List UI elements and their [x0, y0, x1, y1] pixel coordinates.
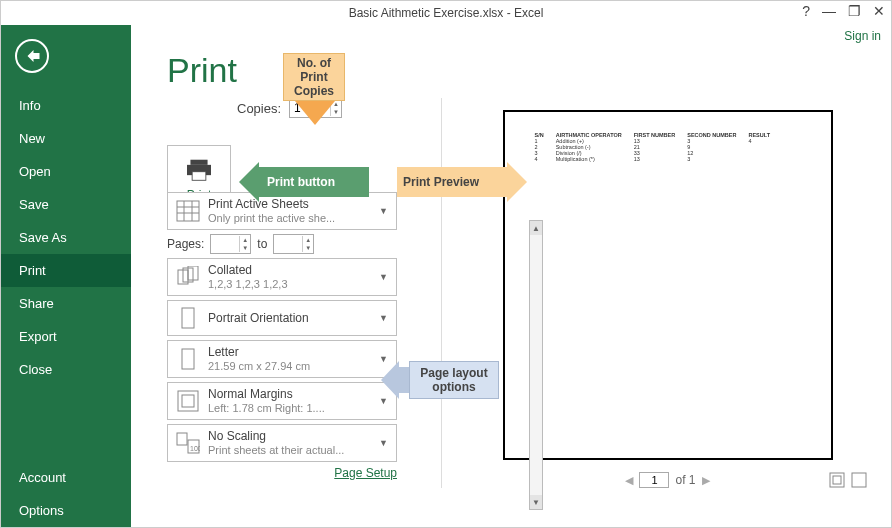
svg-rect-3: [177, 201, 199, 221]
page-setup-link[interactable]: Page Setup: [167, 466, 397, 480]
backstage-sidebar: Info New Open Save Save As Print Share E…: [1, 25, 131, 527]
svg-rect-14: [182, 395, 194, 407]
setting-print-what[interactable]: Print Active SheetsOnly print the active…: [167, 192, 397, 230]
page-total: of 1: [675, 473, 695, 487]
chevron-down-icon: ▼: [377, 272, 390, 282]
annotation-print-button: Print button: [259, 167, 369, 197]
settings-scrollbar[interactable]: ▲ ▼: [529, 220, 543, 510]
setting-orientation[interactable]: Portrait Orientation ▼: [167, 300, 397, 336]
margins-icon: [174, 388, 202, 414]
portrait-icon: [174, 305, 202, 331]
pages-to[interactable]: ▲▼: [273, 234, 314, 254]
annotation-copies-arrow-icon: [295, 101, 335, 125]
preview-table: S/NAIRTHMATIC OPERATORFIRST NUMBERSECOND…: [529, 132, 777, 162]
nav-save[interactable]: Save: [1, 188, 131, 221]
svg-rect-13: [178, 391, 198, 411]
annotation-copies: No. of Print Copies: [283, 53, 345, 101]
svg-rect-20: [852, 473, 866, 487]
nav-new[interactable]: New: [1, 122, 131, 155]
nav-open[interactable]: Open: [1, 155, 131, 188]
nav-save-as[interactable]: Save As: [1, 221, 131, 254]
scroll-up-icon[interactable]: ▲: [530, 221, 542, 235]
zoom-to-page-icon[interactable]: [851, 472, 867, 488]
sheets-icon: [174, 198, 202, 224]
prev-page-icon[interactable]: ◀: [625, 474, 633, 487]
annotation-page-layout-arrow-icon: [399, 367, 409, 393]
svg-rect-2: [192, 172, 206, 181]
printer-icon: [185, 158, 213, 182]
collated-icon: [174, 264, 202, 290]
preview-pager: ◀ of 1 ▶: [468, 472, 867, 488]
to-label: to: [257, 237, 267, 251]
svg-rect-19: [833, 476, 841, 484]
scaling-icon: 100: [174, 430, 202, 456]
setting-margins[interactable]: Normal MarginsLeft: 1.78 cm Right: 1....…: [167, 382, 397, 420]
chevron-down-icon: ▼: [377, 206, 390, 216]
pages-label: Pages:: [167, 237, 204, 251]
restore-icon[interactable]: ❐: [848, 3, 861, 19]
window-title: Basic Aithmetic Exercise.xlsx - Excel: [349, 6, 544, 20]
nav-options[interactable]: Options: [1, 494, 131, 527]
minimize-icon[interactable]: —: [822, 3, 836, 19]
copies-label: Copies:: [237, 101, 281, 116]
setting-scaling[interactable]: 100 No ScalingPrint sheets at their actu…: [167, 424, 397, 462]
chevron-down-icon: ▼: [377, 313, 390, 323]
titlebar: Basic Aithmetic Exercise.xlsx - Excel ? …: [1, 1, 891, 25]
annotation-page-layout: Page layout options: [409, 361, 499, 399]
svg-rect-18: [830, 473, 844, 487]
nav-info[interactable]: Info: [1, 89, 131, 122]
setting-paper-size[interactable]: Letter21.59 cm x 27.94 cm ▼: [167, 340, 397, 378]
nav-share[interactable]: Share: [1, 287, 131, 320]
svg-rect-15: [177, 433, 187, 445]
close-icon[interactable]: ✕: [873, 3, 885, 19]
page-title: Print: [167, 51, 867, 90]
nav-export[interactable]: Export: [1, 320, 131, 353]
svg-text:100: 100: [190, 445, 200, 452]
current-page-input[interactable]: [639, 472, 669, 488]
pages-from[interactable]: ▲▼: [210, 234, 251, 254]
annotation-print-preview: Print Preview: [397, 167, 507, 197]
nav-print[interactable]: Print: [1, 254, 131, 287]
print-backstage: Print Print Copies: ▲▼: [131, 25, 891, 527]
setting-collation[interactable]: Collated1,2,3 1,2,3 1,2,3 ▼: [167, 258, 397, 296]
paper-icon: [174, 346, 202, 372]
print-preview-page: S/NAIRTHMATIC OPERATORFIRST NUMBERSECOND…: [503, 110, 833, 460]
svg-rect-0: [190, 160, 207, 165]
help-icon[interactable]: ?: [802, 3, 810, 19]
nav-account[interactable]: Account: [1, 461, 131, 494]
back-button[interactable]: [15, 39, 49, 73]
svg-rect-11: [182, 308, 194, 328]
svg-rect-12: [182, 349, 194, 369]
show-margins-icon[interactable]: [829, 472, 845, 488]
next-page-icon[interactable]: ▶: [702, 474, 710, 487]
nav-close[interactable]: Close: [1, 353, 131, 386]
scroll-down-icon[interactable]: ▼: [530, 495, 542, 509]
chevron-down-icon: ▼: [377, 438, 390, 448]
